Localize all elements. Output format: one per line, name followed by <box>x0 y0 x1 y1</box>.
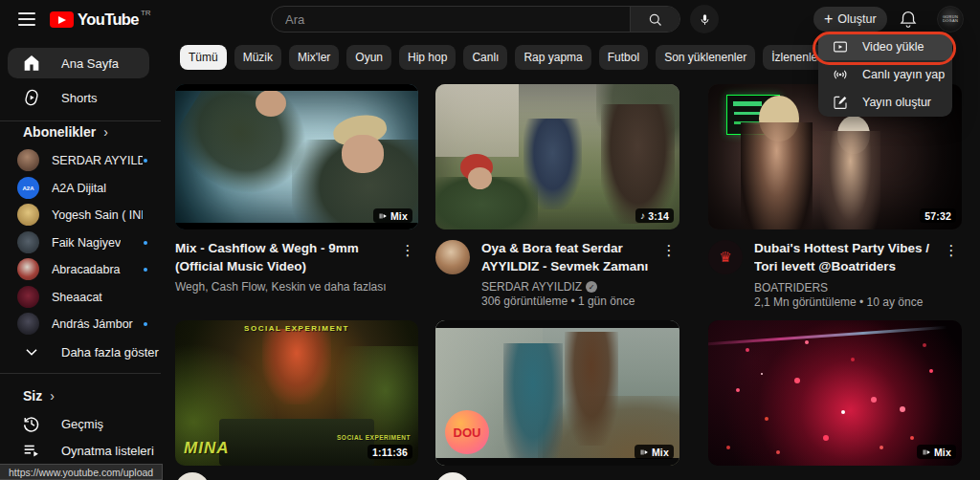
voice-search-button[interactable] <box>690 5 719 33</box>
mix-badge: Mix <box>635 445 674 459</box>
youtube-logo[interactable]: YouTube TR <box>50 9 151 29</box>
channel-item[interactable]: A2A A2A Dijital <box>8 174 153 202</box>
video-thumbnail[interactable]: Mix <box>175 84 418 229</box>
channel-avatar[interactable] <box>175 472 210 480</box>
mix-icon <box>378 211 388 221</box>
search-bar <box>271 6 680 33</box>
chip-canli[interactable]: Canlı <box>463 45 507 70</box>
kebab-menu-icon[interactable] <box>660 242 678 259</box>
region-label: TR <box>141 9 151 17</box>
channel-avatar[interactable]: ♛ <box>708 240 743 274</box>
channel-avatar <box>17 258 39 280</box>
bell-icon <box>898 9 919 30</box>
create-menu: Video yükle Canlı yayın yap Yayın oluştu… <box>818 33 952 117</box>
chip-muzik[interactable]: Müzik <box>234 45 281 70</box>
music-note-icon: ♪ <box>640 210 645 221</box>
sidebar-item-playlists[interactable]: Oynatma listeleri <box>8 435 149 466</box>
channel-item[interactable]: SERDAR AYYILDIZ <box>8 146 153 174</box>
history-icon <box>21 413 42 434</box>
mix-badge: Mix <box>373 208 412 223</box>
plus-icon: + <box>824 11 833 27</box>
chip-mixler[interactable]: Mix'ler <box>289 45 339 70</box>
chip-futbol[interactable]: Futbol <box>599 45 648 70</box>
unread-dot <box>144 322 147 326</box>
video-title[interactable]: Dubai's Hottest Party Vibes / Tori levet… <box>754 240 941 276</box>
dou-logo: DOU <box>445 410 489 454</box>
menu-item-upload-video[interactable]: Video yükle <box>818 33 952 60</box>
link-preview-statusbar: https://www.youtube.com/upload <box>0 464 163 480</box>
sidebar-item-home[interactable]: Ana Sayfa <box>8 48 149 78</box>
channel-item[interactable]: Yogesh Sain ( INDIA) <box>8 201 153 229</box>
kebab-menu-icon[interactable] <box>943 242 960 259</box>
youtube-home-page: YouTube TR + Oluştur GÜRÜNDOĞAN Video yü… <box>0 0 980 480</box>
video-subtitle[interactable]: Wegh, Cash Flow, Keskin ve daha fazlası <box>175 280 397 294</box>
mix-icon <box>922 447 931 457</box>
account-avatar[interactable]: GÜRÜNDOĞAN <box>937 6 964 33</box>
sidebar-divider <box>0 120 161 121</box>
youtube-play-icon <box>50 11 74 28</box>
duration-badge: 1:11:36 <box>368 445 412 459</box>
video-info: Oya & Bora feat Serdar AYYILDIZ - Sevmek… <box>435 240 679 308</box>
upload-video-icon <box>832 38 849 55</box>
kebab-menu-icon[interactable] <box>399 242 416 259</box>
chip-sonyuklenenler[interactable]: Son yüklenenler <box>656 45 755 70</box>
video-thumbnail[interactable]: ♪3:14 <box>435 84 679 229</box>
video-meta: 306 görüntüleme • 1 gün önce <box>481 295 658 308</box>
menu-item-create-post[interactable]: Yayın oluştur <box>818 89 952 117</box>
unread-dot <box>144 241 147 245</box>
video-meta: 2,1 Mn görüntüleme • 10 ay önce <box>754 295 941 309</box>
channel-avatar: A2A <box>17 177 39 199</box>
chip-rapyapma[interactable]: Rap yapma <box>515 45 590 70</box>
search-button[interactable] <box>630 7 679 32</box>
create-button[interactable]: + Oluştur <box>813 7 887 32</box>
unread-dot <box>144 159 147 163</box>
home-icon <box>21 53 42 74</box>
chip-oyun[interactable]: Oyun <box>346 45 391 70</box>
video-thumbnail[interactable]: DOU Mix <box>435 320 679 466</box>
sidebar-show-more[interactable]: Daha fazla göster <box>8 337 149 367</box>
channel-avatar <box>17 231 39 253</box>
chevron-down-icon <box>21 341 42 362</box>
menu-item-go-live[interactable]: Canlı yayın yap <box>818 60 952 88</box>
channel-name[interactable]: BOATRIDERS <box>754 281 941 295</box>
duration-badge: ♪3:14 <box>635 208 674 223</box>
create-post-icon <box>832 94 849 111</box>
thumbnail-overlay-text: SOCIAL EXPERIMENT <box>175 324 418 333</box>
channel-avatar <box>17 286 39 308</box>
mix-icon <box>639 447 649 457</box>
video-title[interactable]: Mix - Cashflow & Wegh - 9mm (Official Mu… <box>175 240 397 275</box>
filter-chips-bar: Tümü Müzik Mix'ler Oyun Hip hop Canlı Ra… <box>180 45 900 70</box>
verified-icon <box>586 281 597 293</box>
channel-item[interactable]: András Jámbor <box>8 310 153 338</box>
channel-item[interactable]: Faik Nagiyev <box>8 229 153 256</box>
search-input[interactable] <box>272 7 630 32</box>
avatar-logo: GÜRÜNDOĞAN <box>943 15 958 24</box>
menu-hamburger-icon[interactable] <box>18 12 35 26</box>
duration-badge: 57:32 <box>920 208 956 223</box>
microphone-icon <box>698 12 712 27</box>
subscriptions-header[interactable]: Abonelikler <box>23 124 108 140</box>
thumbnail-overlay-text: SOCIAL EXPERIMENT <box>337 434 411 441</box>
channel-name[interactable]: SERDAR AYYILDIZ <box>481 280 658 294</box>
thumbnail-overlay-text: MINA <box>184 439 229 458</box>
video-thumbnail[interactable]: SOCIAL EXPERIMENT MINA SOCIAL EXPERIMENT… <box>175 320 418 466</box>
channel-avatar <box>17 204 39 226</box>
video-thumbnail[interactable]: Mix <box>708 320 962 466</box>
shorts-icon <box>21 87 42 108</box>
channel-avatar[interactable] <box>435 472 470 480</box>
sidebar-divider <box>0 373 161 374</box>
chip-tumu[interactable]: Tümü <box>180 45 227 70</box>
notifications-button[interactable] <box>898 9 919 30</box>
search-icon <box>647 11 663 28</box>
video-title[interactable]: Oya & Bora feat Serdar AYYILDIZ - Sevmek… <box>481 240 658 275</box>
sidebar-item-shorts[interactable]: Shorts <box>8 82 149 113</box>
channel-avatar[interactable] <box>435 240 470 274</box>
you-header[interactable]: Siz <box>23 388 55 404</box>
channel-item[interactable]: Abracadabra <box>8 255 153 283</box>
channel-item[interactable]: Sheaacat <box>8 283 153 311</box>
playlists-icon <box>21 440 42 461</box>
go-live-icon <box>832 66 849 83</box>
video-info: ♛ Dubai's Hottest Party Vibes / Tori lev… <box>708 240 962 309</box>
chip-hiphop[interactable]: Hip hop <box>399 45 456 70</box>
mix-badge: Mix <box>917 445 956 459</box>
